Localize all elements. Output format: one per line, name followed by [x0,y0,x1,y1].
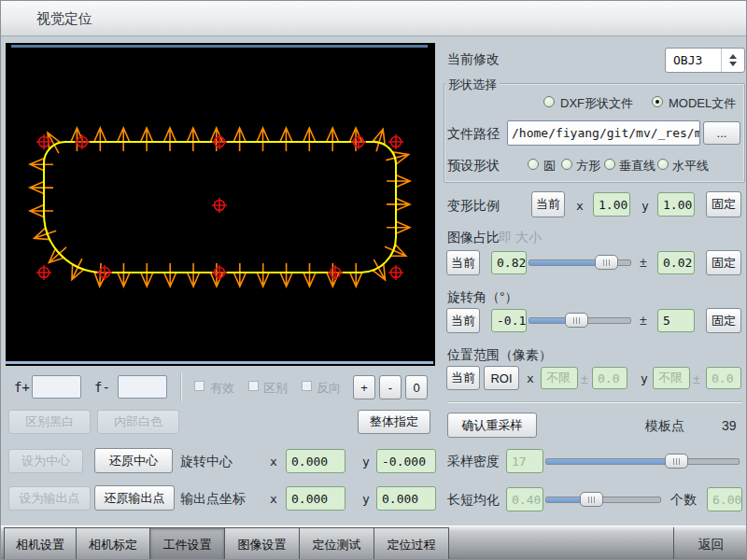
canvas-bottom-accent [6,361,433,364]
image-ratio-fixed-button[interactable]: 固定 [706,250,741,275]
canvas-top-accent [11,45,428,48]
deform-y-field[interactable]: 1.00 [657,192,695,217]
center-x-field[interactable]: 0.000 [286,449,345,473]
preset-hline-radio[interactable] [657,159,669,170]
deform-fixed-button[interactable]: 固定 [706,191,741,217]
length-averaging-label: 长短均化 [447,492,500,509]
tab-camera-settings[interactable]: 相机设置 [4,527,77,560]
deform-current-button[interactable]: 当前 [531,191,565,217]
image-ratio-value-field[interactable]: 0.82 [491,251,527,274]
position-y-field: 不限 [653,367,690,389]
f-minus-label: f- [94,380,110,395]
model-file-radio[interactable] [652,96,663,107]
object-select[interactable]: OBJ3 [665,48,745,73]
preset-circle-radio[interactable] [528,159,539,170]
image-ratio-tol-field[interactable]: 0.02 [657,251,695,274]
inner-white-button: 内部白色 [97,410,179,434]
rotation-value-field[interactable]: -0.1 [491,309,527,332]
length-averaging-slider[interactable] [545,492,661,507]
rotation-tol-field[interactable]: 5 [657,309,695,332]
center-y-label: y [362,455,370,469]
valid-checkbox [194,381,204,391]
tab-positioning-test[interactable]: 定位测试 [299,527,374,560]
image-ratio-hint: 即 大小 [499,230,542,246]
f-plus-label: f+ [14,380,30,395]
restore-center-button[interactable]: 还原中心 [94,448,173,473]
spinner-arrows-icon[interactable] [722,54,744,66]
preset-hline-label: 水平线 [672,158,709,175]
preset-shape-label: 预设形状 [447,158,500,175]
image-ratio-pm: ± [640,255,647,270]
controls-vertical-separator [180,373,181,401]
center-y-field[interactable]: -0.000 [376,449,436,473]
tab-image-settings[interactable]: 图像设置 [224,527,300,560]
preset-square-radio[interactable] [561,159,572,170]
tab-workpiece-settings[interactable]: 工件设置 [149,527,225,560]
preset-circle-label: 圆 [543,158,556,175]
template-points-label: 模板点 [645,418,684,435]
shape-preview [6,43,435,366]
position-range-label: 位置范围（像素） [447,347,552,364]
tab-positioning-process[interactable]: 定位过程 [374,527,449,560]
image-ratio-slider[interactable] [529,255,631,270]
image-ratio-current-button[interactable]: 当前 [446,250,480,275]
position-x-pm: ± [581,371,588,386]
confirm-resample-button[interactable]: 确认重采样 [447,413,537,438]
rotation-label: 旋转角（°） [447,289,518,306]
roi-button[interactable]: ROI [484,366,519,390]
rotation-fixed-button[interactable]: 固定 [706,308,741,333]
rotation-center-label: 旋转中心 [180,454,233,470]
rotation-current-button[interactable]: 当前 [446,308,480,333]
slider-handle[interactable] [565,313,588,328]
deform-ratio-label: 变形比例 [447,198,500,215]
deform-y-label: y [641,199,649,213]
position-x-field: 不限 [541,367,578,389]
sample-density-label: 采样密度 [447,454,500,470]
distinguish-checkbox-label: 区别 [263,380,288,397]
slider-handle[interactable] [665,454,688,469]
position-x-label: x [527,371,534,385]
rotation-pm: ± [640,313,647,328]
output-y-field[interactable]: 0.000 [376,486,436,511]
whole-designate-button[interactable]: 整体指定 [358,410,430,434]
vision-positioning-dialog: { "window": { "title": "视觉定位" }, "colors… [0,0,747,560]
restore-output-button[interactable]: 还原输出点 [94,485,175,511]
rotation-slider[interactable] [529,313,631,328]
position-current-button[interactable]: 当前 [446,366,480,390]
position-y-tol-field: 0.0 [706,367,741,389]
slider-handle[interactable] [595,255,618,270]
reverse-checkbox-label: 反向 [317,380,341,397]
zero-button[interactable]: 0 [405,375,428,399]
image-canvas[interactable] [6,43,435,366]
dxf-file-radio[interactable] [543,96,555,107]
deform-x-field[interactable]: 1.00 [593,192,630,217]
shape-select-group-title: 形状选择 [445,77,500,93]
title-bar: 视觉定位 [1,1,747,36]
slider-handle[interactable] [580,492,603,507]
minus-button[interactable]: - [379,375,402,399]
position-y-label: y [641,371,648,385]
current-modify-label: 当前修改 [447,51,500,68]
length-averaging-field: 0.40 [506,487,543,511]
f-minus-field[interactable] [118,375,167,399]
browse-button[interactable]: ... [703,121,740,145]
sample-density-slider[interactable] [545,454,740,469]
reverse-checkbox [302,381,312,391]
preset-vline-radio[interactable] [604,159,615,170]
valid-checkbox-label: 有效 [210,380,234,397]
plus-button[interactable]: + [353,375,375,399]
bottom-tab-bar: 相机设置 相机标定 工件设置 图像设置 定位测试 定位过程 返回 [1,525,747,560]
output-x-field[interactable]: 0.000 [286,486,345,511]
right-panel-separator [447,402,742,403]
file-path-field[interactable]: /home/fiyang/git/mv/_res/m [507,120,700,146]
tab-camera-calibration[interactable]: 相机标定 [76,527,150,560]
template-points-value: 39 [722,418,737,433]
count-field: 6.00 [707,487,742,511]
model-file-radio-label: MODEL文件 [669,95,736,112]
back-button[interactable]: 返回 [673,527,747,560]
f-plus-field[interactable] [32,375,81,399]
position-y-pm: ± [693,371,700,386]
preset-vline-label: 垂直线 [619,158,655,175]
deform-x-label: x [576,199,584,213]
dxf-file-radio-label: DXF形状文件 [560,95,633,112]
